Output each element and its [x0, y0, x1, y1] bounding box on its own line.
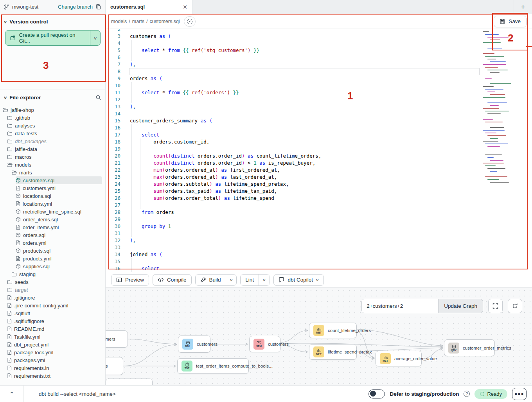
file-tree-item-data-tests[interactable]: data-tests: [7, 129, 102, 137]
file-tree-item--gitignore[interactable]: .gitignore: [7, 294, 102, 302]
file-tree-item-readme-md[interactable]: README.md: [7, 325, 102, 333]
code-line-3[interactable]: 3customers as (: [106, 33, 532, 40]
code-line-8[interactable]: 8: [106, 68, 532, 75]
tab-customers-sql[interactable]: customers.sql ✕: [106, 0, 192, 14]
file-tree-item-locations-yml[interactable]: locations.yml: [16, 200, 102, 208]
code-line-24[interactable]: 24 sum(orders.subtotal) as lifetime_spen…: [106, 181, 532, 188]
lineage-node-customers_sem[interactable]: SEMcustomers: [249, 336, 280, 352]
file-tree-item--pre-commit-config-yaml[interactable]: .pre-commit-config.yaml: [7, 302, 102, 309]
code-line-30[interactable]: 30 group by 1: [106, 223, 532, 230]
file-tree-item-metricflow-time-spine-sql[interactable]: metricflow_time_spine.sql: [16, 208, 102, 215]
code-line-15[interactable]: 15customer_orders_summary as (: [106, 117, 532, 124]
lint-button[interactable]: Lint: [241, 275, 259, 285]
lineage-node-orders_src[interactable]: orders: [106, 357, 123, 375]
lineage-node-test_node[interactable]: TSTtest_order_items_compute_to_bools...: [177, 358, 249, 374]
file-tree-item--sqlfluffignore[interactable]: .sqlfluffignore: [7, 317, 102, 325]
code-line-4[interactable]: 4: [106, 40, 532, 47]
lineage-node-clipped_node[interactable]: [106, 379, 153, 385]
fullscreen-button[interactable]: [488, 299, 503, 313]
file-tree-item-orders-sql[interactable]: orders.sql: [16, 231, 102, 239]
file-tree-item-dbt-packages[interactable]: dbt_packages: [7, 137, 102, 145]
code-line-12[interactable]: 12: [106, 96, 532, 103]
file-tree-item-customers-yml[interactable]: customers.yml: [16, 184, 102, 192]
preview-button[interactable]: Preview: [111, 274, 149, 286]
code-line-17[interactable]: 17 select: [106, 131, 532, 138]
lineage-node-lifetime_spend_pretax[interactable]: METlifetime_spend_pretax: [309, 344, 357, 360]
code-line-33[interactable]: 33: [106, 244, 532, 251]
create-pull-request-main[interactable]: Create a pull request on Git...: [5, 31, 90, 45]
lineage-compass-button[interactable]: [184, 16, 196, 27]
code-line-26[interactable]: 26 sum(orders.order_total) as lifetime_s…: [106, 195, 532, 202]
minimap[interactable]: [482, 30, 516, 198]
code-line-31[interactable]: 31: [106, 230, 532, 237]
code-line-36[interactable]: 36 select: [106, 265, 532, 272]
more-options-button[interactable]: ●●●: [512, 388, 527, 400]
file-tree-item-jaffle-shop[interactable]: jaffle-shop: [3, 106, 102, 114]
file-tree-item-orders-yml[interactable]: orders.yml: [16, 239, 102, 247]
code-line-29[interactable]: 29: [106, 216, 532, 223]
breadcrumb-item[interactable]: models: [111, 19, 127, 24]
code-line-6[interactable]: 6: [106, 54, 532, 61]
file-tree-item-order-items-yml[interactable]: order_items.yml: [16, 223, 102, 231]
lint-dropdown[interactable]: ∨: [259, 275, 270, 285]
code-line-35[interactable]: 35: [106, 258, 532, 265]
file-tree-item-products-yml[interactable]: products.yml: [16, 255, 102, 262]
code-line-18[interactable]: 18 orders.customer_id,: [106, 138, 532, 145]
code-line-10[interactable]: 10: [106, 82, 532, 89]
expand-console-icon[interactable]: ⌃: [0, 391, 23, 397]
save-button[interactable]: Save: [494, 16, 527, 27]
lineage-node-count_lifetime_orders[interactable]: METcount_lifetime_orders: [309, 323, 357, 338]
file-tree-item-marts[interactable]: marts: [11, 169, 102, 176]
code-line-27[interactable]: 27: [106, 202, 532, 209]
build-dropdown[interactable]: ∨: [226, 275, 237, 285]
change-branch-link[interactable]: Change branch: [58, 4, 93, 10]
version-control-header[interactable]: ∨ Version control: [0, 14, 105, 29]
code-area[interactable]: 23customers as (45 select * from {{ ref(…: [106, 29, 532, 272]
file-tree-item-requirements-txt[interactable]: requirements.txt: [7, 372, 102, 380]
code-line-9[interactable]: 9orders as (: [106, 75, 532, 82]
lineage-node-customers_mdl[interactable]: MDLcustomers: [178, 336, 210, 353]
code-line-22[interactable]: 22 min(orders.ordered_at) as first_order…: [106, 167, 532, 174]
file-tree-item--sqlfluff[interactable]: .sqlfluff: [7, 309, 102, 317]
tab-close-icon[interactable]: ✕: [183, 4, 187, 10]
lineage-panel[interactable]: stg_customersordersMDLcustomersTSTtest_o…: [106, 288, 532, 385]
refresh-button[interactable]: [508, 299, 522, 313]
code-line-19[interactable]: 19: [106, 145, 532, 153]
file-tree-item-taskfile-yml[interactable]: Taskfile.yml: [7, 333, 102, 341]
file-tree-item-locations-sql[interactable]: locations.sql: [16, 192, 102, 200]
defer-toggle[interactable]: [368, 389, 385, 398]
copy-icon[interactable]: [95, 4, 101, 10]
file-tree-item-macros[interactable]: macros: [7, 153, 102, 161]
code-line-20[interactable]: 20 count(distinct orders.order_id) as co…: [106, 153, 532, 160]
lineage-selector-input[interactable]: [362, 299, 438, 313]
lineage-node-average_order_value[interactable]: METaverage_order_value: [376, 351, 422, 366]
code-line-32[interactable]: 32),: [106, 237, 532, 244]
breadcrumb-item[interactable]: marts: [132, 19, 144, 24]
code-line-5[interactable]: 5 select * from {{ ref('stg_customers') …: [106, 47, 532, 54]
build-button[interactable]: Build: [196, 275, 226, 285]
file-explorer-header[interactable]: ∨ File explorer: [0, 90, 105, 104]
file-tree-item-requirements-in[interactable]: requirements.in: [7, 364, 102, 372]
dbt-copilot-button[interactable]: dbt Copilot ∨: [273, 274, 324, 286]
code-line-34[interactable]: 34joined as (: [106, 251, 532, 258]
file-tree-item-analyses[interactable]: analyses: [7, 122, 102, 129]
lineage-node-customer_order_metrics[interactable]: QRYcustomer_order_metrics: [444, 339, 495, 356]
code-line-11[interactable]: 11 select * from {{ ref('orders') }}: [106, 89, 532, 96]
file-tree-item-staging[interactable]: staging: [11, 270, 102, 278]
file-tree-item--github[interactable]: .github: [7, 114, 102, 122]
file-tree-item-package-lock-yml[interactable]: package-lock.yml: [7, 348, 102, 356]
code-line-2[interactable]: 2: [106, 29, 532, 33]
compile-button[interactable]: Compile: [153, 274, 192, 286]
file-tree-item-packages-yml[interactable]: packages.yml: [7, 356, 102, 364]
breadcrumb-item[interactable]: customers.sql: [150, 19, 180, 24]
help-icon[interactable]: ?: [464, 391, 470, 397]
code-line-7[interactable]: 7),: [106, 61, 532, 68]
file-tree-item-jaffle-data[interactable]: jaffle-data: [7, 145, 102, 153]
update-graph-button[interactable]: Update Graph: [438, 299, 483, 313]
file-tree-item-products-sql[interactable]: products.sql: [16, 247, 102, 255]
code-line-28[interactable]: 28 from orders: [106, 209, 532, 216]
search-icon[interactable]: [95, 95, 101, 100]
code-line-25[interactable]: 25 sum(orders.tax_paid) as lifetime_tax_…: [106, 188, 532, 195]
file-tree-item-dbt-project-yml[interactable]: dbt_project.yml: [7, 341, 102, 348]
create-pull-request-button[interactable]: Create a pull request on Git... ∨: [5, 30, 101, 46]
